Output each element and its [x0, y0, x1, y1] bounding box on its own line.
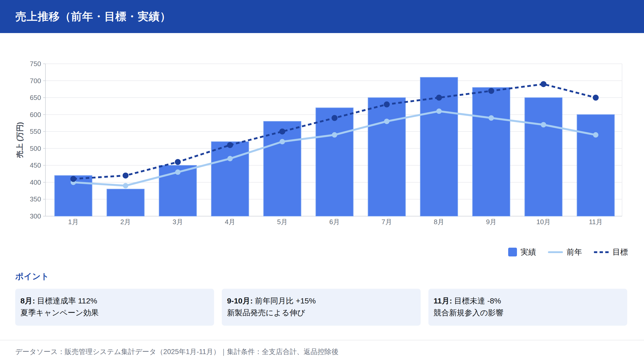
- point-headline-text: 前年同月比 +15%: [255, 296, 316, 305]
- x-tick-label: 3月: [172, 218, 183, 226]
- point-month-label: 8月:: [20, 296, 35, 305]
- target-point: [488, 88, 494, 94]
- target-point: [279, 129, 285, 135]
- point-detail: 競合新規参入の影響: [434, 307, 622, 319]
- y-tick-label: 750: [30, 60, 41, 68]
- target-point: [384, 101, 390, 107]
- target-point: [540, 81, 546, 87]
- points-section: ポイント 8月:目標達成率 112% 夏季キャンペーン効果 9-10月:前年同月…: [15, 271, 627, 326]
- legend-item-target: 目標: [594, 247, 628, 257]
- prev-year-point: [436, 108, 442, 114]
- target-point: [593, 95, 599, 101]
- footer: データソース：販売管理システム集計データ（2025年1月-11月）｜集計条件：全…: [0, 340, 644, 356]
- bar: [525, 98, 562, 216]
- points-row: 8月:目標達成率 112% 夏季キャンペーン効果 9-10月:前年同月比 +15…: [15, 289, 627, 326]
- x-tick-label: 10月: [536, 218, 551, 226]
- y-tick-label: 500: [30, 145, 41, 152]
- x-tick-label: 1月: [68, 218, 78, 226]
- legend-label: 目標: [612, 247, 628, 257]
- x-tick-label: 9月: [486, 218, 496, 226]
- point-month-label: 11月:: [434, 296, 452, 305]
- bar: [577, 115, 615, 216]
- bar: [316, 108, 353, 216]
- point-detail: 夏季キャンペーン効果: [20, 307, 209, 319]
- prev-year-point: [227, 156, 233, 161]
- x-tick-label: 6月: [329, 218, 340, 226]
- y-tick-label: 700: [30, 77, 41, 85]
- prev-year-point: [280, 139, 285, 144]
- point-headline: 11月:目標未達 -8%: [434, 295, 622, 307]
- point-headline: 8月:目標達成率 112%: [20, 295, 209, 307]
- data-source-note: データソース：販売管理システム集計データ（2025年1月-11月）｜集計条件：全…: [15, 347, 644, 356]
- x-tick-label: 4月: [225, 218, 235, 226]
- target-point: [436, 95, 442, 101]
- prev-year-point: [123, 183, 128, 189]
- target-point: [227, 142, 233, 148]
- point-box-november: 11月:目標未達 -8% 競合新規参入の影響: [428, 289, 627, 326]
- prev-year-point: [175, 169, 180, 175]
- legend-item-actual: 実績: [508, 247, 536, 257]
- prev-year-point: [332, 132, 337, 138]
- point-detail: 新製品発売による伸び: [227, 307, 415, 319]
- x-tick-label: 2月: [120, 218, 131, 226]
- legend-item-prev-year: 前年: [548, 247, 582, 257]
- legend-label: 前年: [567, 247, 582, 257]
- y-tick-label: 400: [30, 178, 41, 186]
- points-heading: ポイント: [15, 271, 627, 282]
- prev-year-point: [489, 115, 494, 121]
- title-bar: 売上推移（前年・目標・実績）: [0, 0, 644, 33]
- point-month-label: 9-10月:: [227, 296, 253, 305]
- legend-label: 実績: [521, 247, 536, 257]
- page-title: 売上推移（前年・目標・実績）: [15, 9, 171, 24]
- prev-year-point: [384, 119, 389, 124]
- y-tick-label: 300: [30, 212, 41, 220]
- chart-legend: 実績 前年 目標: [0, 247, 644, 257]
- target-point: [332, 115, 337, 121]
- sales-chart: 3003504004505005506006507007501月2月3月4月5月…: [0, 33, 644, 242]
- target-point: [123, 173, 129, 178]
- y-tick-label: 650: [30, 94, 41, 101]
- point-box-august: 8月:目標達成率 112% 夏季キャンペーン効果: [15, 289, 214, 326]
- bar-swatch-icon: [508, 248, 517, 256]
- y-tick-label: 350: [30, 195, 41, 203]
- prev-year-point: [541, 122, 546, 128]
- x-tick-label: 7月: [382, 218, 392, 226]
- bar: [473, 88, 510, 216]
- point-headline: 9-10月:前年同月比 +15%: [227, 295, 415, 307]
- prev-year-point: [593, 132, 599, 138]
- x-tick-label: 5月: [277, 218, 287, 226]
- bar: [107, 189, 144, 216]
- dashed-line-swatch-icon: [594, 251, 609, 253]
- bar: [211, 142, 249, 216]
- bar: [368, 98, 405, 216]
- point-headline-text: 目標未達 -8%: [454, 296, 501, 305]
- target-point: [70, 176, 76, 182]
- target-point: [175, 159, 181, 165]
- y-tick-label: 600: [30, 111, 41, 119]
- y-tick-label: 450: [30, 161, 41, 169]
- x-tick-label: 8月: [434, 218, 444, 226]
- line-swatch-icon: [548, 251, 563, 253]
- x-tick-label: 11月: [589, 218, 603, 226]
- y-tick-label: 550: [30, 128, 41, 135]
- point-headline-text: 目標達成率 112%: [37, 296, 97, 305]
- point-box-sep-oct: 9-10月:前年同月比 +15% 新製品発売による伸び: [222, 289, 421, 326]
- y-axis-title: 売上 (万円): [16, 122, 24, 158]
